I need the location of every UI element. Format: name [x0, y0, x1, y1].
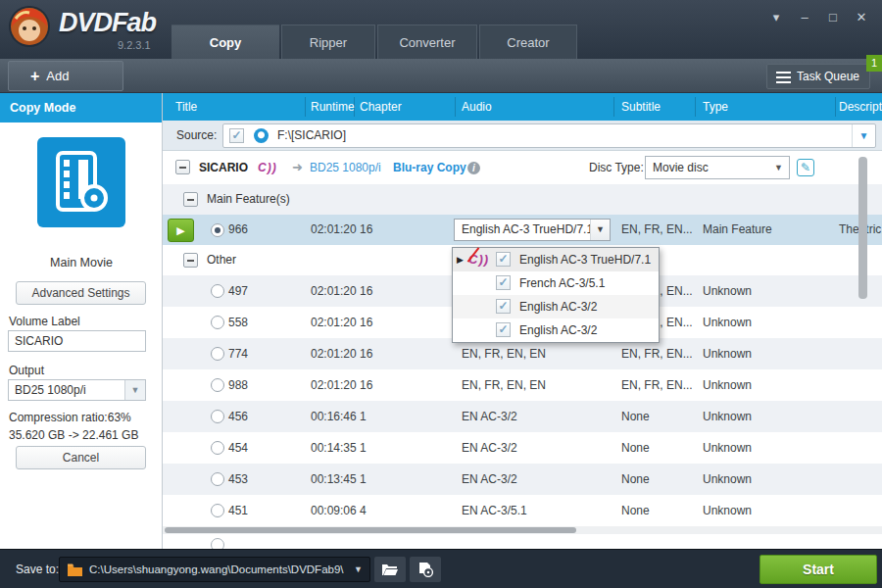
audio-option[interactable]: ✓ English AC-3/2: [453, 318, 659, 342]
folder-icon: [67, 563, 83, 577]
audio-checkbox[interactable]: ✓: [496, 275, 511, 290]
check-icon: ✓: [498, 275, 508, 289]
copy-mode-header: Copy Mode: [0, 93, 162, 122]
horizontal-scrollbar-thumb[interactable]: [165, 527, 576, 533]
runtime-cell: 02:01:20: [311, 275, 357, 307]
col-chapter[interactable]: Chapter: [360, 93, 402, 121]
close-icon[interactable]: ✕: [853, 10, 870, 24]
radio-unselected[interactable]: [211, 378, 224, 392]
table-row[interactable]: 453 00:13:45 1 EN AC-3/2 None Unknown: [163, 464, 882, 495]
col-runtime[interactable]: Runtime: [311, 93, 355, 121]
cancel-button[interactable]: Cancel: [16, 446, 146, 469]
tab-ripper[interactable]: Ripper: [281, 24, 375, 59]
audio-option[interactable]: ✓ English AC-3/2: [453, 295, 659, 318]
output-caption: Output: [9, 364, 44, 377]
horizontal-scrollbar[interactable]: [163, 526, 882, 534]
audio-option[interactable]: ✓ French AC-3/5.1: [453, 271, 659, 295]
audio-cell: EN, FR, EN, EN: [462, 369, 546, 401]
radio-unselected[interactable]: [211, 410, 224, 423]
task-queue-label: Task Queue: [797, 70, 859, 83]
maximize-icon[interactable]: □: [824, 10, 842, 24]
save-path-combo[interactable]: C:\Users\shuangyong.wang\Documents\DVDFa…: [59, 557, 370, 582]
col-subtitle[interactable]: Subtitle: [621, 93, 661, 121]
task-queue-button[interactable]: Task Queue: [766, 64, 870, 89]
tab-creator[interactable]: Creator: [479, 24, 577, 59]
audio-select[interactable]: English AC-3 TrueHD/7.1 ▼: [454, 219, 611, 241]
col-title[interactable]: Title: [175, 93, 197, 121]
browse-folder-button[interactable]: [374, 557, 406, 582]
source-checkbox[interactable]: ✓: [229, 128, 244, 143]
info-icon[interactable]: i: [467, 162, 480, 174]
runtime-cell: 02:01:20: [311, 338, 357, 369]
type-cell: Main Feature: [703, 215, 772, 245]
collapse-icon[interactable]: [183, 253, 198, 268]
chevron-down-icon[interactable]: ▼: [354, 558, 363, 581]
save-to-disc-button[interactable]: [410, 557, 441, 582]
radio-unselected[interactable]: [211, 284, 224, 298]
chapter-cell: 16: [360, 338, 372, 369]
output-select[interactable]: BD25 1080p/i ▼: [8, 379, 146, 401]
task-queue-badge: 1: [866, 55, 882, 72]
vertical-scrollbar-thumb[interactable]: [858, 157, 867, 299]
plus-icon: +: [30, 68, 39, 84]
audio-checkbox[interactable]: ✓: [496, 322, 511, 337]
col-audio[interactable]: Audio: [462, 93, 492, 121]
chevron-down-icon[interactable]: ▼: [590, 220, 610, 240]
collapse-icon[interactable]: [183, 192, 198, 207]
group-label: Other: [207, 245, 236, 275]
table-row[interactable]: 454 00:14:35 1 EN AC-3/2 None Unknown: [163, 432, 882, 464]
radio-unselected[interactable]: [211, 316, 224, 329]
disc-icon: [254, 128, 269, 143]
minimize-icon[interactable]: –: [796, 10, 813, 24]
chevron-down-icon[interactable]: ▼: [124, 380, 145, 400]
audio-dropdown-panel: ▶ C)) ✓ English AC-3 TrueHD/7.1 ✓ French…: [452, 247, 660, 343]
title-cell: 774: [228, 338, 248, 369]
subtitle-cell: None: [621, 495, 650, 526]
main-movie-mode-tile[interactable]: [37, 137, 125, 227]
radio-unselected[interactable]: [211, 504, 224, 517]
sidebar: Copy Mode Main Movie Advanced Settings V…: [0, 93, 163, 549]
disc-type-select[interactable]: Movie disc ▼: [645, 156, 790, 179]
type-cell: Unknown: [703, 401, 752, 432]
table-row-selected[interactable]: ▶ 966 02:01:20 16 English AC-3 TrueHD/7.…: [163, 215, 882, 245]
collapse-icon[interactable]: [175, 160, 190, 174]
volume-label-input[interactable]: [8, 330, 146, 352]
menu-dropdown-icon[interactable]: ▾: [767, 10, 785, 24]
table-header: Title Runtime Chapter Audio Subtitle Typ…: [163, 93, 882, 121]
check-icon: ✓: [498, 299, 508, 313]
source-combo[interactable]: ✓ F:\[SICARIO] ▼: [222, 123, 876, 148]
audio-cell: EN AC-3/2: [462, 401, 517, 432]
col-type[interactable]: Type: [703, 93, 728, 121]
edit-icon[interactable]: ✎: [797, 159, 814, 176]
audio-checkbox[interactable]: ✓: [496, 299, 511, 314]
play-button[interactable]: ▶: [168, 219, 194, 242]
copy-mode-link[interactable]: Blu-ray Copy: [393, 151, 466, 184]
table-row[interactable]: 451 00:09:06 4 EN AC-3/5.1 None Unknown: [163, 495, 882, 526]
audio-option[interactable]: ▶ C)) ✓ English AC-3 TrueHD/7.1: [453, 248, 659, 271]
start-button[interactable]: Start: [760, 555, 877, 584]
add-button-label: Add: [46, 69, 69, 83]
title-cell: 453: [228, 464, 248, 495]
tab-copy[interactable]: Copy: [172, 24, 279, 59]
audio-option-label: English AC-3/2: [519, 318, 597, 342]
col-description[interactable]: Description: [839, 93, 882, 121]
source-dropdown-icon[interactable]: ▼: [852, 124, 875, 147]
cinavia-icon: C)): [258, 151, 277, 184]
radio-selected[interactable]: [211, 223, 224, 237]
source-row: Source: ✓ F:\[SICARIO] ▼: [163, 121, 882, 151]
file-disc-icon: [417, 562, 433, 577]
audio-checkbox[interactable]: ✓: [496, 252, 511, 267]
dvdfab-logo-icon: [8, 5, 51, 48]
add-button[interactable]: +Add: [8, 61, 123, 91]
radio-unselected[interactable]: [211, 347, 224, 361]
tab-converter[interactable]: Converter: [377, 24, 477, 59]
runtime-cell: 00:16:46: [311, 401, 357, 432]
radio-unselected[interactable]: [211, 441, 224, 455]
audio-cell: EN AC-3/2: [462, 432, 517, 464]
table-row[interactable]: 456 00:16:46 1 EN AC-3/2 None Unknown: [163, 401, 882, 432]
radio-unselected[interactable]: [211, 472, 224, 486]
table-row[interactable]: 988 02:01:20 16 EN, FR, EN, EN EN, FR, E…: [163, 369, 882, 401]
advanced-settings-button[interactable]: Advanced Settings: [16, 281, 146, 305]
disc-title: SICARIO: [199, 151, 248, 184]
audio-cell: EN AC-3/5.1: [462, 495, 527, 526]
